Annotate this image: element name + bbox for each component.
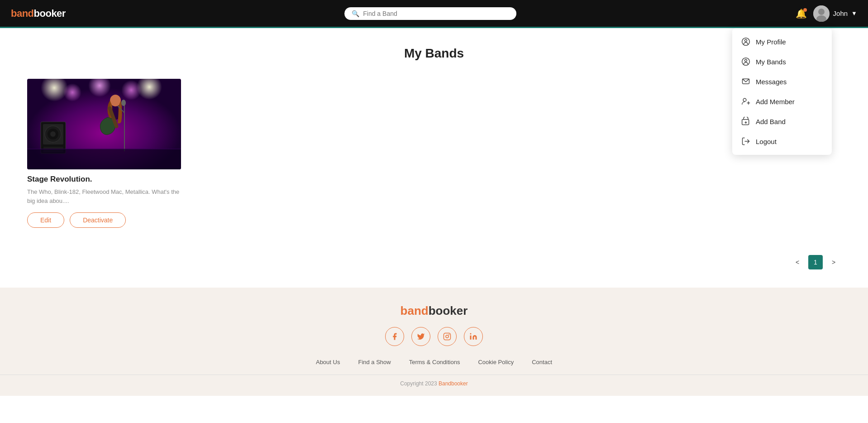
- music-icon: [741, 57, 750, 66]
- band-actions: Edit Deactivate: [27, 212, 181, 228]
- menu-item-messages[interactable]: Messages: [732, 72, 832, 91]
- twitter-icon[interactable]: [411, 327, 430, 346]
- message-icon: [741, 77, 750, 86]
- page-title: My Bands: [27, 46, 841, 61]
- next-page-button[interactable]: >: [826, 255, 841, 269]
- svg-point-4: [745, 39, 747, 42]
- band-name: Stage Revolution.: [27, 175, 181, 184]
- footer-copyright: Copyright 2023 Bandbooker: [0, 380, 868, 387]
- menu-label-add-member: Add Member: [756, 98, 795, 106]
- copyright-text: Copyright 2023: [400, 380, 439, 387]
- menu-item-my-bands[interactable]: My Bands: [732, 52, 832, 72]
- svg-point-8: [743, 98, 746, 101]
- svg-point-31: [121, 100, 126, 106]
- notification-dot: [803, 8, 807, 12]
- menu-label-my-profile: My Profile: [756, 38, 786, 46]
- site-logo[interactable]: bandbooker: [11, 8, 66, 19]
- footer-link-contact[interactable]: Contact: [532, 359, 552, 365]
- svg-point-25: [50, 131, 56, 137]
- svg-point-6: [745, 59, 747, 62]
- footer-link-cookie[interactable]: Cookie Policy: [478, 359, 514, 365]
- menu-label-my-bands: My Bands: [756, 58, 786, 66]
- chevron-down-icon: ▼: [851, 10, 857, 17]
- instagram-icon[interactable]: [438, 327, 457, 346]
- deactivate-button[interactable]: Deactivate: [70, 212, 126, 228]
- search-input[interactable]: [363, 10, 509, 17]
- header-right: 🔔 John ▼: [796, 5, 857, 22]
- svg-point-20: [121, 80, 141, 100]
- footer: bandbooker About Us Find a Show Terms & …: [0, 288, 868, 396]
- copyright-brand: Bandbooker: [439, 380, 468, 387]
- search-container: 🔍: [344, 7, 516, 20]
- band-image-svg: [27, 79, 181, 169]
- logout-icon: [741, 137, 750, 146]
- footer-links: About Us Find a Show Terms & Conditions …: [0, 359, 868, 365]
- footer-divider: [0, 375, 868, 375]
- avatar: [813, 5, 830, 22]
- footer-link-find-show[interactable]: Find a Show: [358, 359, 391, 365]
- add-user-icon: [741, 97, 750, 106]
- edit-button[interactable]: Edit: [27, 212, 64, 228]
- logo-band: band: [11, 8, 34, 19]
- add-band-icon: [741, 117, 750, 126]
- menu-label-logout: Logout: [756, 138, 777, 145]
- band-image: [27, 79, 181, 169]
- footer-link-about[interactable]: About Us: [316, 359, 340, 365]
- menu-item-add-band[interactable]: Add Band: [732, 111, 832, 131]
- svg-point-37: [448, 334, 449, 335]
- menu-item-my-profile[interactable]: My Profile: [732, 32, 832, 52]
- menu-item-add-member[interactable]: Add Member: [732, 91, 832, 111]
- menu-item-logout[interactable]: Logout: [732, 131, 832, 151]
- pagination: < 1 >: [0, 246, 868, 288]
- band-description: The Who, Blink-182, Fleetwood Mac, Metal…: [27, 187, 181, 205]
- notification-bell[interactable]: 🔔: [796, 8, 807, 19]
- footer-logo-band: band: [401, 304, 429, 317]
- social-icons: [0, 327, 868, 346]
- svg-point-38: [470, 333, 472, 335]
- svg-point-1: [818, 9, 825, 15]
- main-header: bandbooker 🔍 🔔 John ▼: [0, 0, 868, 28]
- search-icon: 🔍: [352, 10, 359, 17]
- logo-booker: booker: [34, 8, 66, 19]
- band-card: Stage Revolution. The Who, Blink-182, Fl…: [27, 79, 181, 228]
- prev-page-button[interactable]: <: [790, 255, 805, 269]
- svg-point-36: [446, 335, 448, 338]
- menu-label-add-band: Add Band: [756, 118, 786, 125]
- facebook-icon[interactable]: [385, 327, 404, 346]
- user-menu-trigger[interactable]: John ▼: [813, 5, 857, 22]
- svg-point-19: [63, 83, 81, 101]
- linkedin-icon[interactable]: [464, 327, 483, 346]
- footer-logo-booker: booker: [429, 304, 468, 317]
- page-1-button[interactable]: 1: [808, 255, 823, 269]
- footer-logo: bandbooker: [0, 304, 868, 318]
- user-name-label: John: [833, 10, 848, 17]
- footer-link-terms[interactable]: Terms & Conditions: [409, 359, 460, 365]
- svg-rect-35: [444, 333, 451, 340]
- svg-rect-33: [27, 149, 181, 169]
- user-circle-icon: [741, 37, 750, 46]
- svg-rect-11: [742, 120, 749, 125]
- user-dropdown-menu: My Profile My Bands Messages: [732, 28, 832, 155]
- menu-label-messages: Messages: [756, 78, 787, 86]
